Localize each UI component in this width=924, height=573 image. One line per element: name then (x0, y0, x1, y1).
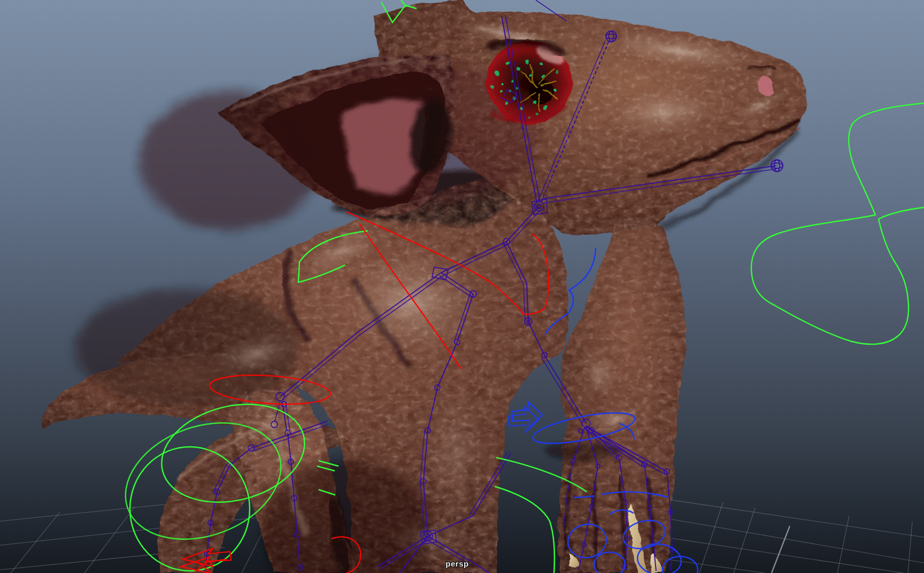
creature-eye[interactable] (487, 41, 572, 125)
camera-name-label: persp (422, 559, 492, 568)
viewport-canvas[interactable] (0, 0, 924, 573)
maya-perspective-viewport[interactable]: persp (0, 0, 924, 573)
